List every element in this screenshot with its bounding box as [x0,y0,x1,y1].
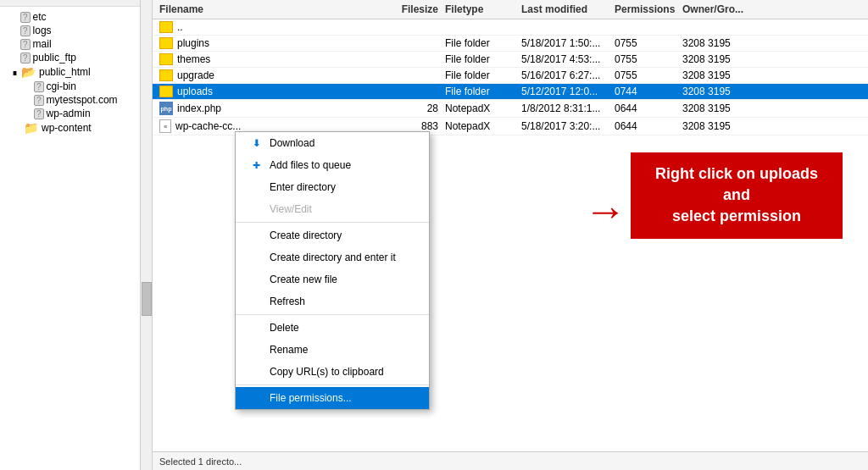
context-menu-item[interactable]: Enter directory [236,176,429,198]
cell-filename: phpindex.php [153,102,390,115]
cell-permissions: 0744 [615,86,682,97]
cell-filename: uploads [153,86,390,97]
queue-icon: ✚ [249,158,263,172]
folder-icon [159,69,173,81]
folder-icon [159,37,173,49]
question-icon: ? [34,108,44,119]
cell-lastmod: 5/12/2017 12:0... [521,86,615,97]
table-row[interactable]: phpindex.php 28 NotepadX 1/8/2012 8:31:1… [153,100,868,118]
table-row[interactable]: uploads File folder 5/12/2017 12:0... 07… [153,84,868,100]
scrollbar-thumb[interactable] [142,282,152,316]
cell-owner: 3208 3195 [682,37,750,49]
filename-text: themes [177,53,210,65]
context-menu-item[interactable]: View/Edit [236,198,429,220]
folder-icon [159,21,173,33]
folder-icon: 📁 [24,121,38,135]
filename-text: upgrade [177,69,214,81]
tree-label: mytestspot.com [47,94,118,106]
context-menu-item[interactable]: Create new file [236,268,429,290]
menu-icon [249,321,263,335]
question-icon: ? [34,95,44,106]
question-icon: ? [20,25,31,36]
cell-filename: .. [153,21,390,33]
filename-text: plugins [177,37,209,49]
cell-lastmod: 5/18/2017 3:20:... [521,120,615,132]
tree-label: cgi-bin [47,80,76,92]
menu-icon [249,229,263,242]
tree-label: etc [33,11,47,23]
menu-item-label: Create directory [270,229,342,241]
tree-label: wp-content [42,122,92,134]
status-bar: Selected 1 directo... [153,451,868,470]
file-list-header: Filename Filesize Filetype Last modified… [153,0,868,19]
cell-filetype: NotepadX [445,120,521,132]
php-icon: php [159,102,173,115]
menu-icon [249,273,263,286]
tree-item-wp-admin[interactable]: ?wp-admin [0,107,152,120]
cell-owner: 3208 3195 [682,120,750,132]
table-row[interactable]: upgrade File folder 5/16/2017 6:27:... 0… [153,68,868,84]
context-menu-separator [236,384,429,385]
menu-item-label: Create directory and enter it [270,252,396,263]
cell-lastmod: 5/18/2017 4:53:... [521,53,615,65]
context-menu-item[interactable]: Delete [236,317,429,339]
tree-item-wp-content[interactable]: 📁wp-content [0,120,152,135]
cell-filename: plugins [153,37,390,49]
col-header-filetype[interactable]: Filetype [445,3,521,15]
col-header-owner[interactable]: Owner/Gro... [682,3,750,15]
menu-icon [249,251,263,264]
tree-label: public_html [39,66,91,78]
tree-item-mail[interactable]: ?mail [0,37,152,51]
annotation-text: Right click on uploads and select permis… [655,165,818,224]
context-menu-item[interactable]: Create directory and enter it [236,246,429,268]
menu-item-label: File permissions... [270,392,352,404]
tree-item-etc[interactable]: ?etc [0,10,152,24]
table-row[interactable]: .. [153,19,868,36]
expand-icon: ∎ [12,67,18,78]
question-icon: ? [20,53,31,64]
context-menu-item[interactable]: Rename [236,339,429,361]
context-menu-item[interactable]: Create directory [236,224,429,246]
menu-icon [249,365,263,379]
tree-item-cgi-bin[interactable]: ?cgi-bin [0,80,152,93]
context-menu: ⬇Download✚Add files to queueEnter direct… [235,131,430,410]
status-text: Selected 1 directo... [159,456,242,467]
red-arrow-icon: ← [584,186,626,235]
col-header-lastmod[interactable]: Last modified [521,3,615,15]
filename-text: wp-cache-cc... [175,120,241,132]
cell-permissions: 0644 [615,120,682,132]
context-menu-item[interactable]: Copy URL(s) to clipboard [236,361,429,383]
context-menu-item[interactable]: File permissions... [236,387,429,409]
cell-owner: 3208 3195 [682,102,750,114]
cell-filetype: File folder [445,37,521,49]
col-header-permissions[interactable]: Permissions [615,3,682,15]
menu-item-label: Rename [270,344,308,356]
cell-filetype: File folder [445,86,521,97]
tree-item-mytestspot-com[interactable]: ?mytestspot.com [0,93,152,107]
tree-item-public_html[interactable]: ∎📂public_html [0,64,152,80]
col-header-filesize[interactable]: Filesize [390,3,445,15]
tree-item-logs[interactable]: ?logs [0,24,152,37]
context-menu-separator [236,222,429,223]
left-scrollbar[interactable] [140,0,152,470]
context-menu-item[interactable]: Refresh [236,290,429,312]
tree-item-public_ftp[interactable]: ?public_ftp [0,51,152,64]
menu-icon [249,295,263,308]
file-tree: ?etc?logs?mail?public_ftp∎📂public_html?c… [0,7,152,139]
tree-label: logs [33,25,52,36]
table-row[interactable]: plugins File folder 5/18/2017 1:50:... 0… [153,36,868,52]
cell-owner: 3208 3195 [682,69,750,81]
menu-icon [249,180,263,194]
folder-icon [159,86,173,97]
cell-filetype: File folder [445,53,521,65]
filename-text: index.php [177,102,221,114]
table-row[interactable]: themes File folder 5/18/2017 4:53:... 07… [153,52,868,68]
menu-item-label: Enter directory [270,181,336,193]
context-menu-item[interactable]: ⬇Download [236,132,429,154]
cell-filetype: File folder [445,69,521,81]
folder-open-icon: 📂 [21,65,36,79]
col-header-filename[interactable]: Filename [153,3,390,15]
menu-item-label: Add files to queue [270,159,351,171]
context-menu-item[interactable]: ✚Add files to queue [236,154,429,176]
tree-label: mail [33,38,52,50]
